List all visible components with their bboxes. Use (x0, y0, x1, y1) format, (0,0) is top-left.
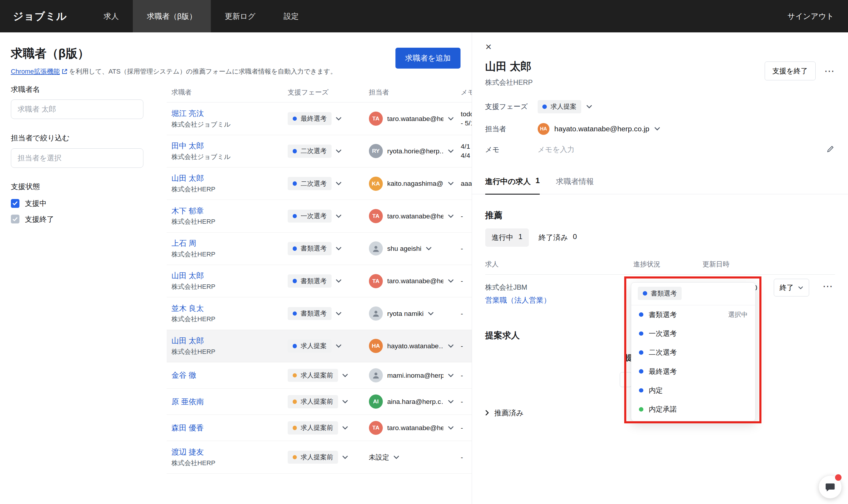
phase-badge-label: 求人提案 (551, 102, 577, 111)
assignee-dropdown[interactable]: RY ryota.horie@herp.… (364, 144, 456, 158)
candidate-name-label: 求職者名 (11, 85, 143, 94)
chrome-extension-link[interactable]: Chrome拡張機能 (11, 67, 60, 76)
dropdown-item[interactable]: 最終選考 (631, 362, 755, 381)
candidate-row[interactable]: 原 亜依南 求人提案前 AI aina.hara@herp.c… - (167, 389, 472, 415)
phase-dot (293, 116, 297, 121)
add-candidate-button[interactable]: 求職者を追加 (395, 48, 461, 69)
subtab-in-progress[interactable]: 進行中 1 (485, 229, 529, 247)
phase-dropdown[interactable]: 二次選考 (283, 145, 364, 158)
end-support-button[interactable]: 支援を終了 (765, 61, 816, 80)
assignee-name: taro.watanabe@he… (387, 424, 444, 432)
candidate-name-link[interactable]: 金谷 徹 (172, 370, 283, 380)
app-logo[interactable]: ジョブミル (13, 10, 67, 23)
candidate-row[interactable]: 山田 太郎 株式会社HERP 書類選考 TA taro.watanabe@he…… (167, 265, 472, 297)
candidate-name-link[interactable]: 木下 郁章 (172, 206, 283, 216)
chat-widget-button[interactable] (819, 476, 842, 499)
candidate-name-input[interactable] (11, 100, 143, 119)
candidate-name-link[interactable]: 堀江 亮汰 (172, 109, 283, 118)
candidate-name-link[interactable]: 渡辺 捷友 (172, 447, 283, 457)
assignee-dropdown[interactable]: 未設定 (364, 453, 456, 462)
assignee-dropdown[interactable]: TA taro.watanabe@he… (364, 112, 456, 126)
dropdown-item[interactable]: 内定承諾 (631, 400, 755, 419)
assignee-avatar: RY (369, 144, 383, 158)
candidate-name-link[interactable]: 山田 太郎 (172, 336, 283, 346)
candidate-row[interactable]: 森田 優香 求人提案前 TA taro.watanabe@he… - (167, 415, 472, 441)
memo-placeholder[interactable]: メモを入力 (538, 145, 575, 154)
more-options-icon[interactable]: ⋯ (824, 66, 835, 76)
memo-cell: - (456, 397, 472, 406)
dropdown-item[interactable]: 二次選考 (631, 343, 755, 362)
assignee-avatar: TA (369, 112, 383, 126)
memo-label: メモ (485, 145, 538, 154)
assignee-dropdown[interactable]: ryota namiki (364, 306, 456, 321)
candidate-company: 株式会社ジョブミル (172, 152, 283, 161)
phase-dropdown[interactable]: 求人提案前 (283, 395, 364, 408)
phase-dropdown[interactable]: 求人提案前 (283, 421, 364, 434)
rec-more-options-icon[interactable]: ⋯ (823, 281, 834, 291)
candidate-name-link[interactable]: 並木 良太 (172, 304, 283, 313)
nav-item-candidates[interactable]: 求職者（β版） (133, 0, 211, 32)
phase-dropdown[interactable]: 求人提案 (283, 339, 364, 353)
phase-dropdown[interactable]: 書類選考 (283, 274, 364, 288)
dropdown-item[interactable]: 内定 (631, 381, 755, 400)
assignee-dropdown[interactable]: TA taro.watanabe@he… (364, 421, 456, 435)
checkbox-supporting[interactable]: 支援中 (11, 198, 143, 208)
progress-dropdown-current[interactable]: 書類選考 (631, 283, 755, 305)
tab-active-jobs[interactable]: 進行中の求人 1 (485, 176, 540, 195)
candidate-name-link[interactable]: 原 亜依南 (172, 397, 283, 407)
phase-dropdown[interactable]: 書類選考 (283, 307, 364, 320)
phase-dropdown[interactable]: 求人提案前 (283, 451, 364, 464)
edit-pencil-icon[interactable] (826, 145, 835, 155)
tab-candidate-info[interactable]: 求職者情報 (556, 176, 594, 194)
candidate-row[interactable]: 渡辺 捷友 株式会社HERP 求人提案前 未設定 - (167, 441, 472, 473)
assignee-dropdown[interactable]: HA hayato.watanabe… (364, 339, 456, 353)
chevron-down-icon (336, 182, 342, 185)
phase-dropdown[interactable]: 最終選考 (283, 112, 364, 125)
candidate-name-link[interactable]: 山田 太郎 (172, 271, 283, 281)
candidate-name-link[interactable]: 上石 周 (172, 238, 283, 248)
assignee-filter-input[interactable] (11, 148, 143, 168)
subtab-finished[interactable]: 終了済み 0 (532, 229, 583, 247)
phase-dropdown[interactable]: 書類選考 (283, 242, 364, 255)
signout-link[interactable]: サインアウト (774, 11, 848, 21)
rec-end-button[interactable]: 終了 (774, 279, 809, 296)
candidate-row[interactable]: 木下 郁章 株式会社HERP 一次選考 TA taro.watanabe@he…… (167, 200, 472, 232)
subtab-in-progress-label: 進行中 (492, 233, 513, 242)
candidate-row[interactable]: 並木 良太 株式会社HERP 書類選考 ryota namiki - (167, 297, 472, 330)
candidate-name-link[interactable]: 田中 太郎 (172, 141, 283, 151)
assignee-dropdown[interactable]: TA taro.watanabe@he… (364, 209, 456, 223)
main-layout: 求職者（β版） Chrome拡張機能 を利用して、ATS（採用管理システム）の推… (0, 32, 848, 504)
rec-col-job: 求人 (485, 260, 633, 269)
candidate-row[interactable]: 山田 太郎 株式会社HERP 求人提案 HA hayato.watanabe… … (167, 330, 472, 362)
phase-dropdown[interactable]: 二次選考 (283, 177, 364, 190)
phase-dropdown[interactable]: 一次選考 (283, 210, 364, 223)
close-icon[interactable]: ✕ (485, 42, 495, 52)
assignee-name: aina.hara@herp.c… (387, 398, 444, 406)
assignee-dropdown[interactable]: TA taro.watanabe@he… (364, 274, 456, 288)
candidate-name-link[interactable]: 森田 優香 (172, 423, 283, 433)
checkbox-support-ended[interactable]: 支援終了 (11, 214, 143, 224)
nav-item-changelog[interactable]: 更新ログ (211, 0, 270, 32)
drawer-candidate-name: 山田 太郎 (485, 59, 533, 74)
dropdown-item[interactable]: 書類選考 選択中 (631, 305, 755, 324)
candidate-name-link[interactable]: 山田 太郎 (172, 174, 283, 183)
phase-dropdown[interactable]: 求人提案前 (283, 369, 364, 382)
candidate-row[interactable]: 田中 太郎 株式会社ジョブミル 二次選考 RY ryota.horie@herp… (167, 135, 472, 167)
assignee-dropdown[interactable]: HA hayato.watanabe@herp.co.jp (538, 123, 660, 135)
dropdown-item[interactable]: 一次選考 (631, 324, 755, 343)
candidate-row[interactable]: 山田 太郎 株式会社HERP 二次選考 KA kaito.nagashima@…… (167, 167, 472, 200)
assignee-dropdown[interactable]: AI aina.hara@herp.c… (364, 395, 456, 409)
candidate-row[interactable]: 上石 周 株式会社HERP 書類選考 shu ageishi - (167, 233, 472, 265)
assignee-dropdown[interactable]: mami.inoma@herp… (364, 368, 456, 382)
app-root: ジョブミル 求人 求職者（β版） 更新ログ 設定 サインアウト 求職者（β版） … (0, 0, 848, 504)
assignee-dropdown[interactable]: shu ageishi (364, 241, 456, 255)
nav-item-settings[interactable]: 設定 (269, 0, 313, 32)
candidate-row[interactable]: 堀江 亮汰 株式会社ジョブミル 最終選考 TA taro.watanabe@he… (167, 103, 472, 135)
phase-badge: 求人提案 (288, 339, 331, 353)
assignee-dropdown[interactable]: KA kaito.nagashima@… (364, 177, 456, 191)
status-dot (639, 388, 643, 393)
support-phase-dropdown[interactable]: 求人提案 (538, 100, 592, 113)
candidate-row[interactable]: 金谷 徹 求人提案前 mami.inoma@herp… - (167, 362, 472, 389)
chevron-down-icon (336, 312, 342, 316)
nav-item-jobs[interactable]: 求人 (90, 0, 133, 32)
